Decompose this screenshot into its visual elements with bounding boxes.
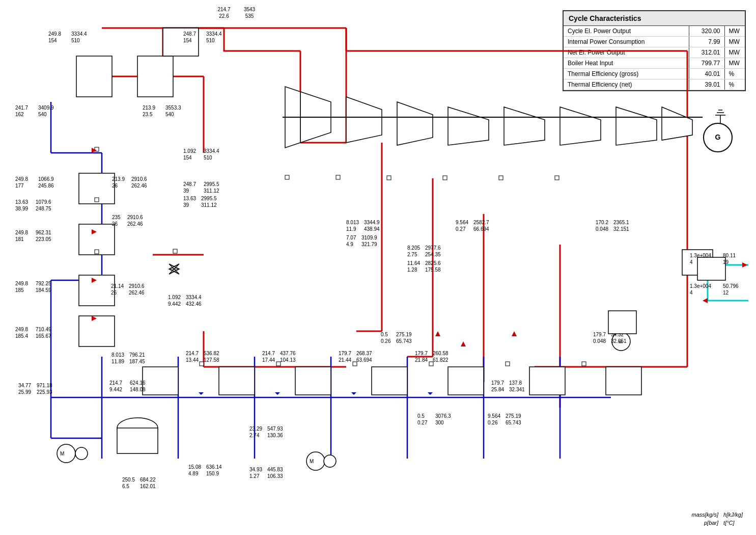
label-da1: 235 bbox=[112, 215, 121, 220]
label-le4: 248.75 bbox=[36, 206, 51, 211]
label-ext2-4: 311.12 bbox=[204, 188, 219, 194]
label-dea4: 148.08 bbox=[130, 387, 146, 392]
label-fwh1-l2: 1066.9 bbox=[38, 176, 54, 182]
label-rte1a: 8.013 bbox=[346, 220, 359, 225]
lp-fwh-7 bbox=[606, 367, 641, 395]
svg-rect-51 bbox=[95, 198, 99, 202]
label-dfp1: 8.013 bbox=[111, 352, 124, 358]
label-bext2: 445.83 bbox=[267, 467, 283, 472]
label-ext2-1: 248.7 bbox=[183, 181, 196, 187]
label-sm1a: 0.5 bbox=[381, 332, 388, 337]
label-lpfwh1a: 214.7 bbox=[186, 351, 199, 356]
svg-rect-54 bbox=[285, 175, 289, 179]
legend: mass[kg/s] h[kJ/kg] p[bar] t[°C] bbox=[689, 510, 746, 527]
label-ext2-3: 39 bbox=[183, 188, 189, 194]
svg-marker-78 bbox=[512, 331, 517, 336]
label-lpfwh3b: 268.37 bbox=[356, 351, 372, 356]
fwh-hp3 bbox=[79, 275, 115, 306]
label-ext4a: 11.64 bbox=[407, 260, 420, 266]
label-dea2: 624.16 bbox=[130, 380, 146, 386]
svg-rect-64 bbox=[506, 362, 510, 366]
label-lpfwh1c: 13.44 bbox=[186, 357, 199, 363]
generator-label: G bbox=[715, 133, 721, 141]
label-dfp2: 796.21 bbox=[129, 352, 145, 358]
label-rte1d: 438.94 bbox=[364, 226, 380, 232]
pressure-label: p[bar] bbox=[690, 519, 721, 526]
label-fwh7c: 25.84 bbox=[491, 387, 504, 392]
measurement-points bbox=[95, 147, 586, 366]
label-fwh1-r4: 262.46 bbox=[131, 183, 147, 189]
label-hp1-2: 3409.9 bbox=[38, 105, 54, 111]
label-rte1c: 11.9 bbox=[346, 226, 356, 232]
label-lpe1: 23.29 bbox=[249, 426, 262, 432]
svg-rect-52 bbox=[95, 250, 99, 254]
deaerator-body bbox=[117, 428, 158, 453]
label-cw4: 19 bbox=[723, 259, 729, 265]
label-hp-ext2: 2582.7 bbox=[473, 220, 489, 225]
svg-marker-72 bbox=[199, 392, 204, 395]
label-rte2a: 7.07 bbox=[346, 235, 356, 240]
label-bfp3: 9.442 bbox=[168, 301, 181, 307]
label-dea1: 214.7 bbox=[109, 380, 122, 386]
label-lpe3: 2.74 bbox=[249, 433, 260, 438]
label-lpfwh3d: 63.694 bbox=[356, 357, 372, 363]
label-cond3: 0.048 bbox=[596, 226, 608, 232]
label-fwh1-r3: 26 bbox=[112, 183, 118, 189]
label-fwh2-l1: 249.8 bbox=[15, 230, 28, 235]
label-ext3-1: 13.63 bbox=[183, 196, 196, 201]
label-lph1b: 971.18 bbox=[37, 383, 52, 388]
label-top-4: 535 bbox=[245, 13, 254, 19]
label-cw1: 1.3e+004 bbox=[690, 253, 711, 258]
label-lpfwh4d: 61.822 bbox=[433, 357, 449, 363]
label-fwh1-r2: 2910.6 bbox=[131, 176, 147, 182]
label-fwh3-l4: 184.59 bbox=[36, 287, 51, 293]
label-fwh4-l4: 165.67 bbox=[36, 333, 51, 339]
label-pump1: 179.7 bbox=[593, 332, 606, 337]
label-fwh2-l2: 962.31 bbox=[36, 230, 51, 235]
svg-marker-75 bbox=[428, 392, 433, 395]
label-sm1b: 275.19 bbox=[396, 332, 412, 337]
label-sm1c: 0.26 bbox=[381, 338, 391, 344]
label-lpfwh4a: 179.7 bbox=[415, 351, 428, 356]
label-um-3: 154 bbox=[183, 38, 192, 43]
label-fwh3r3: 26 bbox=[111, 290, 117, 296]
superheater-1 bbox=[137, 56, 173, 97]
cycle-diagram-svg: G M M bbox=[0, 0, 756, 535]
svg-marker-46 bbox=[504, 107, 545, 145]
svg-rect-59 bbox=[555, 176, 559, 180]
label-br3: 0.27 bbox=[417, 420, 428, 425]
svg-rect-57 bbox=[443, 176, 447, 180]
label-hp2-3: 23.5 bbox=[143, 112, 153, 117]
svg-rect-58 bbox=[499, 176, 503, 180]
label-lpfwh1d: 127.58 bbox=[204, 357, 219, 363]
lp-fwh-1 bbox=[143, 367, 178, 395]
label-cw5: 1.3e+004 bbox=[690, 283, 711, 289]
enthalpy-label: h[kJ/kg] bbox=[721, 511, 745, 518]
label-cond1: 170.2 bbox=[596, 220, 608, 225]
label-um-1: 248.7 bbox=[183, 31, 196, 37]
svg-marker-47 bbox=[560, 107, 601, 145]
label-ext3a: 8.205 bbox=[407, 245, 420, 251]
label-bfp1: 1.092 bbox=[168, 295, 181, 300]
label-ext-3: 154 bbox=[183, 155, 192, 160]
label-lpfwp1: 15.08 bbox=[188, 464, 201, 470]
label-le2: 1079.6 bbox=[36, 199, 51, 205]
label-ul-4: 510 bbox=[71, 38, 80, 43]
label-fwh3r4: 262.46 bbox=[129, 290, 145, 296]
label-hp1-1: 241.7 bbox=[15, 105, 28, 111]
label-pump4: 32.051 bbox=[611, 338, 627, 344]
label-le1: 13.63 bbox=[15, 199, 28, 205]
lp-fwh-2 bbox=[219, 367, 255, 395]
label-da3: 26 bbox=[112, 221, 118, 227]
label-lpfwh4b: 260.58 bbox=[433, 351, 449, 356]
svg-rect-65 bbox=[582, 362, 586, 366]
extraction-arrows bbox=[435, 331, 517, 346]
label-deafeed4: 162.01 bbox=[140, 484, 156, 489]
label-deafeed1: 250.5 bbox=[122, 477, 135, 483]
svg-rect-55 bbox=[336, 175, 340, 179]
svg-marker-77 bbox=[461, 341, 466, 346]
label-lpfwh1b: 536.82 bbox=[204, 351, 219, 356]
label-lph1d: 225.93 bbox=[37, 389, 52, 395]
label-fwh4-l3: 185.4 bbox=[15, 333, 28, 339]
label-ul-2: 3334.4 bbox=[71, 31, 87, 37]
